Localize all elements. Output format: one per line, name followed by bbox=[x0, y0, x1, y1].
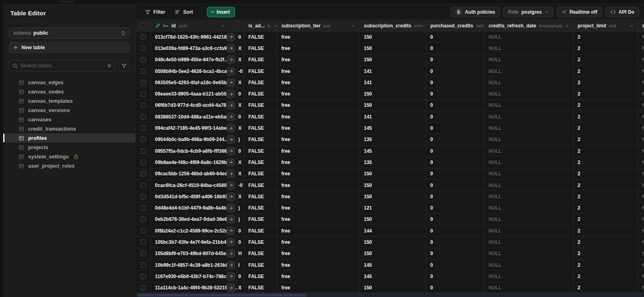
cell-purchased[interactable]: 0 bbox=[426, 282, 485, 293]
column-menu-chevron-icon[interactable] bbox=[274, 24, 277, 28]
cell-id[interactable]: 1167e930-e5b0-43b7-b74c-788c9... bbox=[151, 271, 237, 282]
cell-purchased[interactable]: 0 bbox=[426, 123, 485, 133]
expand-row-button[interactable] bbox=[227, 192, 235, 201]
cell-purchased[interactable]: 0 bbox=[426, 202, 485, 213]
cell-purchased[interactable]: 0 bbox=[426, 237, 485, 247]
expand-row-button[interactable] bbox=[227, 158, 235, 166]
cell-id[interactable]: 013cf78d-1625-43fc-9961-442189... bbox=[151, 31, 237, 42]
cell-is_admin[interactable]: FALSE bbox=[244, 157, 277, 168]
cell-limit[interactable]: 2 bbox=[574, 145, 638, 156]
expand-row-button[interactable] bbox=[227, 181, 235, 189]
cell-is_admin[interactable]: FALSE bbox=[244, 54, 277, 65]
cell-is_admin[interactable]: FALSE bbox=[244, 191, 277, 202]
column-menu-chevron-icon[interactable] bbox=[351, 24, 355, 28]
cell-refresh[interactable]: NULL bbox=[485, 180, 574, 191]
cell-refresh[interactable]: NULL bbox=[485, 134, 574, 145]
cell-sub_credits[interactable]: 150 bbox=[360, 214, 426, 225]
cell-tier[interactable]: free bbox=[277, 271, 360, 282]
column-header-sliver[interactable] bbox=[237, 20, 244, 31]
cell-is_admin[interactable]: FALSE bbox=[244, 66, 277, 77]
cell-limit[interactable]: 2 bbox=[574, 134, 638, 145]
cell-sliver[interactable]: X bbox=[237, 123, 244, 133]
cell-limit[interactable]: 2 bbox=[574, 237, 638, 247]
cell-tier[interactable]: free bbox=[277, 237, 360, 247]
cell-sub_credits[interactable]: 150 bbox=[360, 191, 426, 202]
expand-row-button[interactable] bbox=[227, 112, 235, 121]
sidebar-item-canvas_templates[interactable]: canvas_templates bbox=[9, 96, 130, 106]
cell-sliver[interactable]: X bbox=[237, 157, 244, 168]
horizontal-scrollbar-thumb[interactable] bbox=[138, 294, 307, 297]
cell-id[interactable]: 0508b94b-5ee2-4626-bca1-4bca... bbox=[151, 66, 237, 77]
cell-purchased[interactable]: 0 bbox=[426, 180, 485, 191]
cell-tier[interactable]: free bbox=[277, 123, 360, 133]
expand-row-button[interactable] bbox=[227, 226, 235, 235]
cell-is_admin[interactable]: FALSE bbox=[244, 111, 277, 122]
cell-id[interactable]: 09544b0c-ba9b-496a-9b09-244... bbox=[151, 134, 237, 145]
row-checkbox[interactable] bbox=[140, 80, 146, 85]
cell-tier[interactable]: free bbox=[277, 168, 360, 179]
cell-id[interactable]: 10b99c1f-4857-4c39-a8b1-263b8... bbox=[151, 260, 237, 270]
cell-purchased[interactable]: 0 bbox=[426, 77, 485, 88]
sidebar-item-user_project_roles[interactable]: user_project_roles bbox=[9, 161, 130, 170]
cell-tier[interactable]: free bbox=[277, 145, 360, 156]
cell-sub_credits[interactable]: 150 bbox=[360, 31, 426, 42]
expand-row-button[interactable] bbox=[227, 249, 235, 258]
row-checkbox[interactable] bbox=[140, 262, 146, 268]
cell-refresh[interactable]: NULL bbox=[485, 260, 574, 270]
cell-refresh[interactable]: NULL bbox=[485, 145, 574, 156]
cell-extra[interactable]: NULL bbox=[638, 43, 644, 54]
expand-row-button[interactable] bbox=[227, 204, 235, 212]
row-checkbox[interactable] bbox=[140, 194, 146, 199]
cell-sliver[interactable]: -0 bbox=[237, 180, 244, 191]
cell-purchased[interactable]: 0 bbox=[426, 145, 485, 156]
cell-refresh[interactable]: NULL bbox=[485, 100, 574, 111]
cell-sliver[interactable]: X bbox=[237, 191, 244, 202]
cell-id[interactable]: 105d8bf9-e703-49bd-807d-645e... bbox=[151, 248, 237, 259]
cell-id[interactable]: 0eb2b676-38ed-4ea7-9dad-38e6... bbox=[151, 214, 237, 225]
cell-sub_credits[interactable]: 145 bbox=[360, 145, 426, 156]
cell-refresh[interactable]: NULL bbox=[485, 66, 574, 77]
expand-row-button[interactable] bbox=[227, 238, 235, 246]
row-checkbox[interactable] bbox=[140, 183, 146, 188]
cell-purchased[interactable]: 0 bbox=[426, 214, 485, 225]
cell-limit[interactable]: 2 bbox=[574, 123, 638, 133]
cell-is_admin[interactable]: FALSE bbox=[244, 214, 277, 225]
cell-extra[interactable]: NULL bbox=[638, 248, 644, 259]
insert-button[interactable]: Insert bbox=[207, 7, 235, 17]
cell-refresh[interactable]: NULL bbox=[485, 54, 574, 65]
row-checkbox[interactable] bbox=[140, 251, 146, 256]
role-select-button[interactable]: Role postgres bbox=[503, 7, 553, 17]
row-checkbox[interactable] bbox=[140, 57, 146, 62]
cell-limit[interactable]: 2 bbox=[574, 66, 638, 77]
cell-extra[interactable]: NULL bbox=[638, 202, 644, 213]
cell-id[interactable]: 094caf42-7185-4e45-99f3-14abee... bbox=[151, 123, 237, 133]
cell-id[interactable]: 09557f5a-0dcb-4cb9-a6fb-fff366... bbox=[151, 145, 237, 156]
cell-sliver[interactable]: 0 bbox=[237, 271, 244, 282]
column-header-purchased_credits[interactable]: purchased_creditsint4 bbox=[426, 20, 485, 31]
cell-limit[interactable]: 2 bbox=[574, 100, 638, 111]
cell-purchased[interactable]: 0 bbox=[426, 43, 485, 54]
cell-sliver[interactable]: 0 bbox=[237, 237, 244, 247]
row-checkbox[interactable] bbox=[140, 160, 146, 165]
cell-sliver[interactable]: ) bbox=[237, 134, 244, 145]
row-checkbox[interactable] bbox=[140, 274, 146, 279]
row-checkbox[interactable] bbox=[140, 285, 146, 291]
sidebar-item-system_settings[interactable]: system_settings bbox=[9, 152, 130, 161]
cell-tier[interactable]: free bbox=[277, 180, 360, 191]
cell-sub_credits[interactable]: 150 bbox=[360, 100, 426, 111]
search-tables-box[interactable] bbox=[9, 60, 115, 71]
cell-refresh[interactable]: NULL bbox=[485, 111, 574, 122]
expand-row-button[interactable] bbox=[227, 101, 235, 110]
cell-purchased[interactable]: 0 bbox=[426, 31, 485, 42]
cell-limit[interactable]: 2 bbox=[574, 157, 638, 168]
expand-row-button[interactable] bbox=[227, 90, 235, 98]
cell-tier[interactable]: free bbox=[277, 248, 360, 259]
cell-is_admin[interactable]: FALSE bbox=[244, 180, 277, 191]
cell-sliver[interactable]: X bbox=[237, 168, 244, 179]
cell-tier[interactable]: free bbox=[277, 54, 360, 65]
cell-id[interactable]: 013e039a-fd89-473a-a3c6-ccfa9... bbox=[151, 43, 237, 54]
cell-purchased[interactable]: 0 bbox=[426, 225, 485, 236]
cell-sliver[interactable]: 0 bbox=[237, 145, 244, 156]
cell-tier[interactable]: free bbox=[277, 225, 360, 236]
row-checkbox[interactable] bbox=[140, 102, 146, 108]
